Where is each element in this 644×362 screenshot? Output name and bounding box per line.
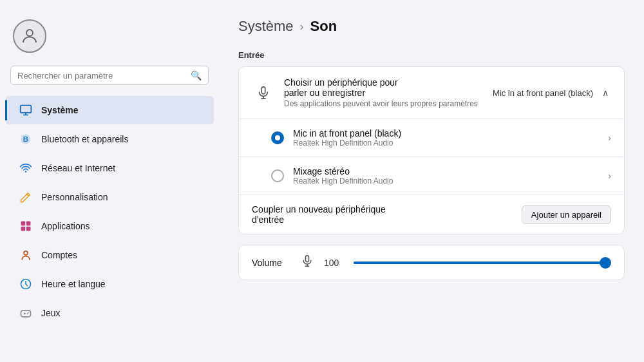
search-box[interactable]: 🔍: [10, 66, 209, 85]
personnalisation-icon: [18, 189, 33, 205]
volume-value: 100: [324, 258, 343, 268]
svg-rect-17: [306, 256, 309, 262]
input-header-row[interactable]: Choisir un périphérique pour parler ou e…: [239, 67, 624, 119]
sidebar-item-personnalisation[interactable]: Personnalisation: [5, 183, 214, 211]
breadcrumb: Système › Son: [238, 18, 625, 35]
svg-text:B: B: [23, 135, 28, 143]
radio-selected: [271, 131, 284, 144]
volume-card: Volume 100: [238, 245, 625, 280]
device-option-1[interactable]: Mic in at front panel (black) Realtek Hi…: [239, 119, 624, 157]
sidebar-item-label-personnalisation: Personnalisation: [41, 192, 108, 202]
volume-label: Volume: [252, 258, 290, 268]
device-driver-1: Realtek High Definition Audio: [293, 138, 608, 148]
radio-inner-dot: [275, 135, 280, 140]
svg-point-9: [24, 251, 28, 255]
add-device-label: Coupler un nouveau périphérique d'entrée: [252, 204, 522, 225]
sidebar-item-applications[interactable]: Applications: [5, 212, 214, 240]
sidebar-item-label-bluetooth: Bluetooth et appareils: [41, 134, 128, 144]
bluetooth-icon: B: [18, 131, 33, 147]
device-info-2: Mixage stéréo Realtek High Definition Au…: [293, 166, 608, 186]
comptes-icon: [18, 247, 33, 263]
sidebar-item-label-jeux: Jeux: [41, 308, 61, 318]
volume-mic-icon: [301, 254, 314, 271]
device-driver-2: Realtek High Definition Audio: [293, 176, 608, 186]
device-option-2[interactable]: Mixage stéréo Realtek High Definition Au…: [239, 157, 624, 195]
svg-rect-5: [21, 222, 26, 226]
device-name-1: Mic in at front panel (black): [293, 128, 608, 138]
jeux-icon: [18, 305, 33, 321]
add-device-row: Coupler un nouveau périphérique d'entrée…: [239, 195, 624, 234]
svg-rect-1: [21, 106, 32, 113]
chevron-right-icon-2: ›: [608, 171, 611, 181]
sidebar-item-label-systeme: Système: [41, 105, 79, 115]
add-device-button[interactable]: Ajouter un appareil: [522, 205, 611, 224]
svg-rect-6: [26, 222, 31, 226]
sidebar-item-systeme[interactable]: Système: [5, 96, 214, 124]
breadcrumb-current: Son: [310, 18, 337, 35]
sidebar-item-jeux[interactable]: Jeux: [5, 299, 214, 327]
sidebar-item-bluetooth[interactable]: B Bluetooth et appareils: [5, 125, 214, 153]
svg-point-0: [26, 30, 33, 36]
svg-point-4: [25, 171, 27, 173]
svg-rect-8: [26, 227, 31, 231]
svg-point-12: [27, 313, 28, 314]
chevron-right-icon-1: ›: [608, 133, 611, 143]
svg-rect-14: [261, 87, 265, 94]
microphone-icon: [252, 81, 275, 104]
radio-unselected: [271, 169, 284, 182]
sidebar: 🔍 Système B Bluetooth et appareils: [0, 0, 219, 362]
avatar: [13, 19, 46, 53]
device-name-2: Mixage stéréo: [293, 166, 608, 176]
device-info-1: Mic in at front panel (black) Realtek Hi…: [293, 128, 608, 148]
input-description: Choisir un périphérique pour parler ou e…: [284, 77, 493, 108]
applications-icon: [18, 218, 33, 234]
volume-slider-container[interactable]: [354, 256, 611, 269]
heure-icon: [18, 276, 33, 292]
sidebar-item-comptes[interactable]: Comptes: [5, 241, 214, 269]
input-subtitle: Des applications peuvent avoir leurs pro…: [284, 99, 493, 108]
volume-slider-track: [354, 262, 611, 264]
svg-rect-11: [21, 310, 31, 317]
nav-list: Système B Bluetooth et appareils Réseau: [0, 95, 219, 362]
search-input[interactable]: [17, 71, 191, 81]
sidebar-item-label-reseau: Réseau et Internet: [41, 163, 115, 173]
breadcrumb-chevron: ›: [300, 20, 304, 33]
avatar-area: [0, 13, 219, 66]
sidebar-item-heure[interactable]: Heure et langue: [5, 270, 214, 298]
expand-button[interactable]: ∧: [600, 85, 611, 100]
breadcrumb-parent: Système: [238, 18, 294, 35]
svg-rect-7: [21, 227, 26, 231]
sidebar-item-label-applications: Applications: [41, 221, 90, 231]
search-button[interactable]: 🔍: [191, 70, 202, 81]
volume-slider-thumb: [600, 257, 611, 269]
input-card: Choisir un périphérique pour parler ou e…: [238, 66, 625, 234]
main-content: Système › Son Entrée Choisir un périphér…: [219, 0, 644, 362]
input-title: Choisir un périphérique pour parler ou e…: [284, 77, 493, 98]
current-device-label: Mic in at front panel (black): [493, 88, 593, 98]
systeme-icon: [18, 102, 33, 118]
sidebar-item-label-heure: Heure et langue: [41, 279, 106, 289]
sidebar-item-reseau[interactable]: Réseau et Internet: [5, 154, 214, 182]
reseau-icon: [18, 160, 33, 176]
sidebar-item-label-comptes: Comptes: [41, 250, 77, 260]
entree-label: Entrée: [238, 50, 625, 60]
svg-point-13: [28, 312, 29, 314]
